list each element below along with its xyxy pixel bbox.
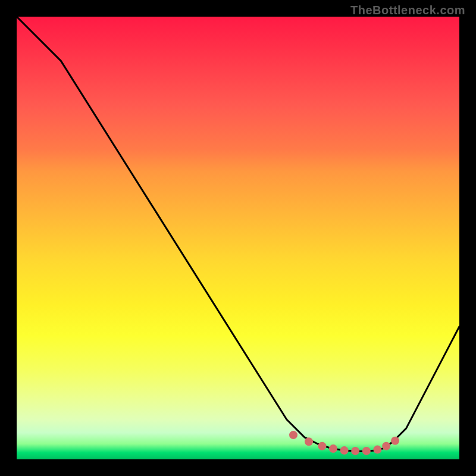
svg-point-3 xyxy=(329,444,337,453)
svg-point-5 xyxy=(351,447,359,455)
marker-dots xyxy=(289,431,399,455)
svg-point-1 xyxy=(305,437,313,446)
svg-point-2 xyxy=(318,442,326,450)
chart-container: TheBottleneck.com xyxy=(0,0,476,476)
plot-area xyxy=(17,17,459,459)
svg-point-7 xyxy=(373,446,381,454)
svg-point-6 xyxy=(362,447,371,455)
svg-point-0 xyxy=(289,431,298,439)
svg-point-4 xyxy=(340,446,349,455)
attribution-text: TheBottleneck.com xyxy=(350,4,465,17)
chart-svg xyxy=(17,17,459,459)
svg-point-8 xyxy=(382,442,390,450)
svg-point-9 xyxy=(391,437,399,445)
curve-line xyxy=(17,17,459,452)
